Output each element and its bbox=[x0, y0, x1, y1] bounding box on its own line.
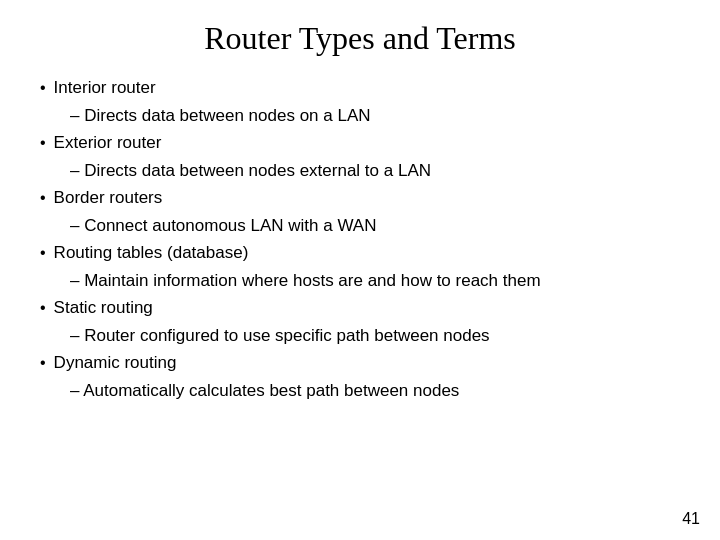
list-item: – Directs data between nodes on a LAN bbox=[70, 103, 680, 129]
list-item: – Router configured to use specific path… bbox=[70, 323, 680, 349]
bullet-icon: • bbox=[40, 186, 46, 210]
dynamic-routing-label: Dynamic routing bbox=[54, 350, 177, 376]
list-item: • Interior router bbox=[40, 75, 680, 101]
routing-tables-sub: – Maintain information where hosts are a… bbox=[70, 268, 541, 294]
list-item: • Border routers bbox=[40, 185, 680, 211]
list-item: – Automatically calculates best path bet… bbox=[70, 378, 680, 404]
bullet-icon: • bbox=[40, 296, 46, 320]
list-item: – Connect autonomous LAN with a WAN bbox=[70, 213, 680, 239]
content-area: • Interior router – Directs data between… bbox=[40, 75, 680, 403]
list-item: • Static routing bbox=[40, 295, 680, 321]
bullet-icon: • bbox=[40, 351, 46, 375]
exterior-router-label: Exterior router bbox=[54, 130, 162, 156]
bullet-icon: • bbox=[40, 241, 46, 265]
routing-tables-label: Routing tables (database) bbox=[54, 240, 249, 266]
list-item: • Dynamic routing bbox=[40, 350, 680, 376]
slide: Router Types and Terms • Interior router… bbox=[0, 0, 720, 540]
list-item: – Directs data between nodes external to… bbox=[70, 158, 680, 184]
bullet-icon: • bbox=[40, 76, 46, 100]
slide-title: Router Types and Terms bbox=[40, 20, 680, 57]
exterior-router-sub: – Directs data between nodes external to… bbox=[70, 158, 431, 184]
border-routers-label: Border routers bbox=[54, 185, 163, 211]
interior-router-sub: – Directs data between nodes on a LAN bbox=[70, 103, 371, 129]
list-item: – Maintain information where hosts are a… bbox=[70, 268, 680, 294]
bullet-icon: • bbox=[40, 131, 46, 155]
static-routing-sub: – Router configured to use specific path… bbox=[70, 323, 490, 349]
border-routers-sub: – Connect autonomous LAN with a WAN bbox=[70, 213, 376, 239]
interior-router-label: Interior router bbox=[54, 75, 156, 101]
static-routing-label: Static routing bbox=[54, 295, 153, 321]
dynamic-routing-sub: – Automatically calculates best path bet… bbox=[70, 378, 459, 404]
list-item: • Exterior router bbox=[40, 130, 680, 156]
page-number: 41 bbox=[682, 510, 700, 528]
list-item: • Routing tables (database) bbox=[40, 240, 680, 266]
